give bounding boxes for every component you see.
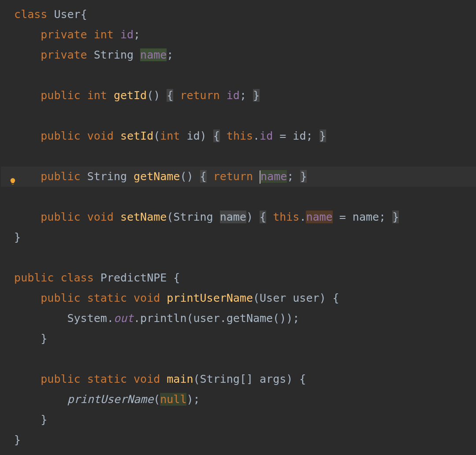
code-token bbox=[207, 170, 213, 183]
code-token: ) bbox=[246, 211, 260, 223]
code-token: { bbox=[167, 89, 173, 102]
code-token: () bbox=[180, 170, 200, 183]
code-token bbox=[220, 129, 227, 142]
code-token: ( bbox=[153, 393, 160, 406]
code-lines-container: class User{ private int id; private Stri… bbox=[1, 4, 476, 450]
code-line[interactable]: public static void printUserName(User us… bbox=[1, 288, 476, 308]
code-token: null bbox=[160, 393, 186, 406]
code-line-content: } bbox=[1, 433, 21, 446]
code-token: main bbox=[167, 373, 193, 385]
code-token: PredictNPE bbox=[100, 271, 174, 284]
code-line[interactable] bbox=[1, 248, 476, 268]
code-token: } bbox=[14, 433, 21, 446]
code-token: = id; bbox=[273, 129, 319, 142]
code-token: . bbox=[299, 211, 306, 223]
code-line-content: public int getId() { return id; } bbox=[1, 89, 260, 102]
code-line[interactable] bbox=[1, 349, 476, 369]
code-editor[interactable]: class User{ private int id; private Stri… bbox=[0, 0, 476, 450]
code-token: name bbox=[140, 48, 167, 61]
code-token: String bbox=[94, 48, 140, 61]
code-token: public static void bbox=[41, 292, 167, 304]
code-token: name bbox=[260, 170, 287, 183]
code-line[interactable]: printUserName(null); bbox=[1, 389, 476, 410]
code-token: id bbox=[120, 28, 134, 41]
code-token: { bbox=[81, 8, 87, 21]
code-line[interactable]: public String getName() { return name; } bbox=[1, 166, 476, 187]
code-token: User bbox=[54, 8, 80, 21]
code-line[interactable] bbox=[1, 187, 476, 207]
code-token: public void bbox=[41, 129, 120, 142]
code-token: out bbox=[114, 312, 134, 325]
code-token: ) { bbox=[320, 292, 339, 304]
code-token: String bbox=[173, 211, 219, 223]
code-token: ( bbox=[253, 292, 260, 304]
code-token: return bbox=[180, 89, 226, 102]
code-token: id bbox=[260, 129, 273, 142]
code-line[interactable]: } bbox=[1, 430, 476, 450]
code-token: ; bbox=[134, 28, 140, 41]
code-line-content bbox=[1, 109, 14, 122]
code-line-content bbox=[1, 251, 14, 264]
code-line-content: } bbox=[1, 332, 47, 345]
code-token: ; bbox=[287, 170, 300, 183]
code-token: int bbox=[160, 129, 186, 142]
code-line-content: public String getName() { return name; } bbox=[1, 170, 307, 183]
code-line[interactable]: private String name; bbox=[1, 45, 476, 65]
code-token: ( bbox=[153, 129, 160, 142]
code-token: .println(user.getName()); bbox=[134, 312, 299, 325]
code-line[interactable]: System.out.println(user.getName()); bbox=[1, 308, 476, 329]
code-line[interactable] bbox=[1, 65, 476, 85]
code-token: public void bbox=[41, 211, 120, 223]
code-line[interactable]: public static void main(String[] args) { bbox=[1, 369, 476, 389]
code-token: } bbox=[41, 413, 47, 426]
code-token: name bbox=[306, 211, 332, 223]
code-token: this bbox=[273, 211, 299, 223]
code-token: String bbox=[87, 170, 134, 183]
code-token: private int bbox=[41, 28, 120, 41]
code-line-content bbox=[1, 190, 14, 203]
code-line[interactable]: private int id; bbox=[1, 25, 476, 45]
code-token bbox=[266, 211, 273, 223]
code-token: { bbox=[260, 211, 266, 223]
lightbulb-icon[interactable] bbox=[9, 172, 17, 180]
code-token: { bbox=[200, 170, 207, 183]
code-token: String[] args bbox=[200, 373, 286, 385]
code-line[interactable]: } bbox=[1, 410, 476, 430]
code-token: ); bbox=[186, 393, 200, 406]
code-token bbox=[173, 89, 180, 102]
code-token: public int bbox=[41, 89, 114, 102]
code-token: . bbox=[253, 129, 260, 142]
code-line-content bbox=[1, 150, 14, 163]
code-line[interactable] bbox=[1, 146, 476, 166]
code-token: ) { bbox=[286, 373, 306, 385]
code-line-content bbox=[1, 352, 14, 365]
code-token: public bbox=[41, 170, 87, 183]
code-token: name bbox=[220, 211, 246, 223]
code-token: ; bbox=[167, 48, 173, 61]
code-line[interactable]: } bbox=[1, 329, 476, 349]
code-line[interactable]: public void setId(int id) { this.id = id… bbox=[1, 126, 476, 146]
code-line-content: public void setId(int id) { this.id = id… bbox=[1, 129, 326, 142]
code-token: id bbox=[186, 129, 200, 142]
code-token: { bbox=[173, 271, 180, 284]
code-token: getName bbox=[134, 170, 180, 183]
code-token: User user bbox=[260, 292, 319, 304]
code-token: } bbox=[320, 129, 326, 142]
code-line-content: } bbox=[1, 413, 47, 426]
code-line-content: public static void main(String[] args) { bbox=[1, 373, 306, 385]
code-token: ; bbox=[240, 89, 253, 102]
code-token: private bbox=[41, 48, 93, 61]
code-token: ( bbox=[193, 373, 200, 385]
code-line[interactable]: public void setName(String name) { this.… bbox=[1, 207, 476, 227]
code-token: setName bbox=[120, 211, 167, 223]
code-line[interactable]: class User{ bbox=[1, 4, 476, 25]
code-line[interactable]: public class PredictNPE { bbox=[1, 268, 476, 288]
code-token: } bbox=[253, 89, 260, 102]
code-line[interactable] bbox=[1, 106, 476, 126]
code-line-content: private int id; bbox=[1, 28, 140, 41]
code-line[interactable]: } bbox=[1, 227, 476, 248]
code-token: ( bbox=[167, 211, 173, 223]
code-line[interactable]: public int getId() { return id; } bbox=[1, 85, 476, 106]
code-line-content: public static void printUserName(User us… bbox=[1, 292, 339, 304]
code-token: id bbox=[227, 89, 240, 102]
